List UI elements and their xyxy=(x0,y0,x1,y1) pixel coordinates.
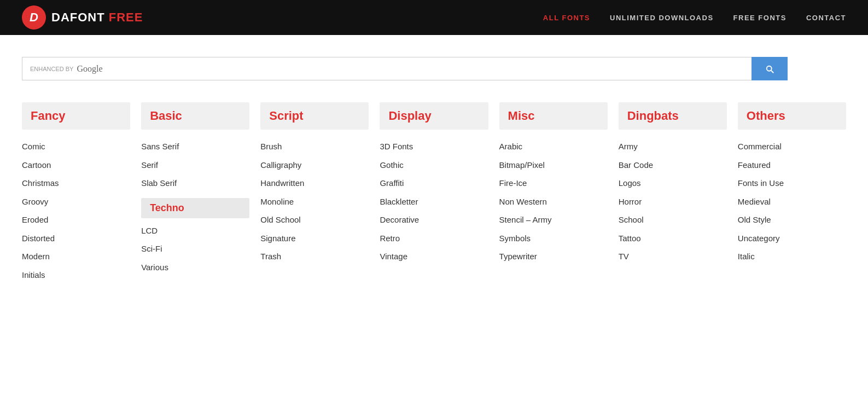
link-groovy[interactable]: Groovy xyxy=(22,197,48,206)
link-comic[interactable]: Comic xyxy=(22,142,45,151)
link-tv[interactable]: TV xyxy=(619,252,629,261)
link-fire-ice[interactable]: Fire-Ice xyxy=(499,178,527,188)
link-italic[interactable]: Italic xyxy=(738,252,755,261)
link-handwritten[interactable]: Handwritten xyxy=(260,178,304,188)
link-gothic[interactable]: Gothic xyxy=(380,160,403,170)
link-non-western[interactable]: Non Western xyxy=(499,197,547,206)
link-typewriter[interactable]: Typewriter xyxy=(499,252,537,261)
list-item: Eroded xyxy=(22,212,130,228)
link-bitmap-pixel[interactable]: Bitmap/Pixel xyxy=(499,160,545,170)
nav-all-fonts[interactable]: ALL FONTS xyxy=(543,14,590,22)
category-title-dingbats[interactable]: Dingbats xyxy=(627,109,679,123)
enhanced-label: ENHANCED BY xyxy=(30,66,73,72)
list-item: Graffiti xyxy=(380,175,488,191)
category-title-fancy[interactable]: Fancy xyxy=(31,109,66,123)
category-title-basic[interactable]: Basic xyxy=(150,109,182,123)
link-retro[interactable]: Retro xyxy=(380,234,400,243)
logo[interactable]: D DAFONT FREE xyxy=(22,5,143,30)
category-title-display[interactable]: Display xyxy=(388,109,431,123)
nav-contact[interactable]: CONTACT xyxy=(806,14,846,22)
category-list-misc: Arabic Bitmap/Pixel Fire-Ice Non Western… xyxy=(499,138,608,265)
link-old-school[interactable]: Old School xyxy=(260,215,300,224)
link-horror[interactable]: Horror xyxy=(619,197,642,206)
link-blackletter[interactable]: Blackletter xyxy=(380,197,418,206)
link-featured[interactable]: Featured xyxy=(738,160,771,170)
list-item: Groovy xyxy=(22,194,130,210)
link-school[interactable]: School xyxy=(619,215,644,224)
list-item: Sci-Fi xyxy=(141,241,249,257)
link-fonts-in-use[interactable]: Fonts in Use xyxy=(738,178,784,188)
link-distorted[interactable]: Distorted xyxy=(22,234,55,243)
category-fancy: Fancy Comic Cartoon Christmas Groovy Ero… xyxy=(22,102,130,283)
category-basic: Basic Sans Serif Serif Slab Serif Techno… xyxy=(141,102,249,283)
nav-free-fonts[interactable]: FREE FONTS xyxy=(733,14,787,22)
category-header-fancy: Fancy xyxy=(22,102,130,130)
list-item: Bitmap/Pixel xyxy=(499,157,608,173)
link-monoline[interactable]: Monoline xyxy=(260,197,294,206)
logo-text: DAFONT FREE xyxy=(51,10,143,25)
link-bar-code[interactable]: Bar Code xyxy=(619,160,653,170)
link-commercial[interactable]: Commercial xyxy=(738,142,782,151)
google-brand-text: Google xyxy=(77,64,102,74)
link-eroded[interactable]: Eroded xyxy=(22,215,48,224)
link-lcd[interactable]: LCD xyxy=(141,226,158,235)
link-arabic[interactable]: Arabic xyxy=(499,142,523,151)
link-decorative[interactable]: Decorative xyxy=(380,215,419,224)
list-item: Tattoo xyxy=(619,230,727,247)
link-medieval[interactable]: Medieval xyxy=(738,197,771,206)
list-item: Modern xyxy=(22,248,130,265)
link-modern[interactable]: Modern xyxy=(22,252,50,261)
link-trash[interactable]: Trash xyxy=(260,252,281,261)
link-stencil-army[interactable]: Stencil – Army xyxy=(499,215,552,224)
link-initials[interactable]: Initials xyxy=(22,270,45,280)
link-sci-fi[interactable]: Sci-Fi xyxy=(141,244,162,253)
link-cartoon[interactable]: Cartoon xyxy=(22,160,51,170)
category-list-script: Brush Calligraphy Handwritten Monoline O… xyxy=(260,138,369,265)
link-signature[interactable]: Signature xyxy=(260,234,295,243)
list-item: Vintage xyxy=(380,248,488,265)
link-3d-fonts[interactable]: 3D Fonts xyxy=(380,142,413,151)
list-item: Christmas xyxy=(22,175,130,191)
category-list-basic-1: Sans Serif Serif Slab Serif xyxy=(141,138,249,191)
link-tattoo[interactable]: Tattoo xyxy=(619,234,641,243)
category-header-dingbats: Dingbats xyxy=(619,102,727,130)
list-item: Medieval xyxy=(738,194,846,210)
link-calligraphy[interactable]: Calligraphy xyxy=(260,160,301,170)
categories-section: Fancy Comic Cartoon Christmas Groovy Ero… xyxy=(0,91,868,305)
category-title-misc[interactable]: Misc xyxy=(508,109,535,123)
link-vintage[interactable]: Vintage xyxy=(380,252,407,261)
link-serif[interactable]: Serif xyxy=(141,160,158,170)
list-item: Italic xyxy=(738,248,846,265)
list-item: Trash xyxy=(260,248,369,265)
link-slab-serif[interactable]: Slab Serif xyxy=(141,178,177,188)
category-header-misc: Misc xyxy=(499,102,608,130)
category-script: Script Brush Calligraphy Handwritten Mon… xyxy=(260,102,369,283)
list-item: Cartoon xyxy=(22,157,130,173)
category-header-script: Script xyxy=(260,102,369,130)
link-sans-serif[interactable]: Sans Serif xyxy=(141,142,179,151)
link-uncategory[interactable]: Uncategory xyxy=(738,234,780,243)
category-title-script[interactable]: Script xyxy=(269,109,303,123)
link-graffiti[interactable]: Graffiti xyxy=(380,178,404,188)
category-others: Others Commercial Featured Fonts in Use … xyxy=(738,102,846,283)
link-symbols[interactable]: Symbols xyxy=(499,234,531,243)
search-button[interactable] xyxy=(752,57,788,80)
link-logos[interactable]: Logos xyxy=(619,178,641,188)
search-input[interactable] xyxy=(103,57,744,80)
link-various[interactable]: Various xyxy=(141,263,168,272)
list-item: Logos xyxy=(619,175,727,191)
link-brush[interactable]: Brush xyxy=(260,142,282,151)
link-christmas[interactable]: Christmas xyxy=(22,178,59,188)
sub-title-techno[interactable]: Techno xyxy=(150,202,184,213)
search-input-wrapper: ENHANCED BY Google xyxy=(22,57,752,80)
nav-unlimited-downloads[interactable]: UNLIMITED DOWNLOADS xyxy=(610,14,714,22)
list-item: Old School xyxy=(260,212,369,228)
list-item: 3D Fonts xyxy=(380,138,488,155)
category-title-others[interactable]: Others xyxy=(747,109,785,123)
list-item: Horror xyxy=(619,194,727,210)
link-old-style[interactable]: Old Style xyxy=(738,215,771,224)
list-item: Sans Serif xyxy=(141,138,249,155)
list-item: Decorative xyxy=(380,212,488,228)
list-item: Fonts in Use xyxy=(738,175,846,191)
link-army[interactable]: Army xyxy=(619,142,638,151)
